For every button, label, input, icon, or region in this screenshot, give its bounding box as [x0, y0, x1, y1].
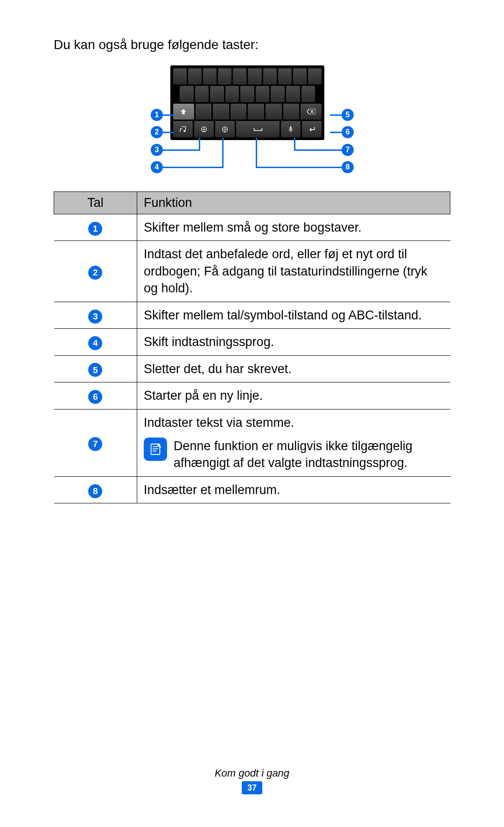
language-key-icon [215, 121, 235, 137]
space-key-icon [236, 121, 280, 137]
row-num-7: 7 [88, 437, 102, 451]
row-text-7: Indtaster tekst via stemme. [144, 414, 444, 431]
note-icon [144, 438, 167, 461]
intro-text: Du kan også bruge følgende taster: [54, 37, 450, 52]
row-num-1: 1 [88, 222, 102, 236]
backspace-key-icon [301, 104, 322, 120]
callout-7: 7 [342, 144, 354, 156]
settings-key-icon [173, 121, 193, 137]
callout-8: 8 [342, 161, 354, 173]
row-num-2: 2 [88, 266, 102, 280]
header-func: Funktion [137, 192, 450, 214]
callout-1: 1 [151, 109, 163, 121]
callout-4: 4 [151, 161, 163, 173]
mode-key-icon [194, 121, 214, 137]
row-text-6: Starter på en ny linje. [137, 382, 450, 409]
page-number: 37 [242, 781, 262, 794]
shift-key-icon [173, 104, 194, 120]
row-note-7: Denne funktion er muligvis ikke tilgænge… [174, 438, 444, 472]
table-row: 4 Skift indtastningssprog. [54, 329, 450, 355]
footer-section-title: Kom godt i gang [0, 767, 504, 779]
callout-3: 3 [151, 144, 163, 156]
callout-6: 6 [342, 126, 354, 138]
row-text-2: Indtast det anbefalede ord, eller føj et… [137, 241, 450, 302]
keyboard-figure: 1 2 3 4 5 6 7 8 [54, 65, 450, 173]
row-num-6: 6 [88, 390, 102, 404]
table-row: 3 Skifter mellem tal/symbol-tilstand og … [54, 302, 450, 328]
header-num: Tal [54, 192, 137, 214]
table-row: 8 Indsætter et mellemrum. [54, 476, 450, 503]
keyboard-mockup [170, 65, 324, 140]
table-row: 7 Indtaster tekst via stemme. Denne funk… [54, 409, 450, 476]
callout-5: 5 [342, 109, 354, 121]
row-text-8: Indsætter et mellemrum. [137, 476, 450, 503]
svg-point-0 [183, 130, 185, 132]
row-num-8: 8 [88, 484, 102, 498]
row-text-3: Skifter mellem tal/symbol-tilstand og AB… [137, 302, 450, 328]
row-text-4: Skift indtastningssprog. [137, 329, 450, 355]
row-num-4: 4 [88, 336, 102, 350]
row-num-3: 3 [88, 310, 102, 324]
enter-key-icon [302, 121, 322, 137]
callout-2: 2 [151, 126, 163, 138]
row-text-1: Skifter mellem små og store bogstaver. [137, 214, 450, 241]
function-table: Tal Funktion 1 Skifter mellem små og sto… [54, 191, 450, 503]
table-row: 2 Indtast det anbefalede ord, eller føj … [54, 241, 450, 302]
table-row: 1 Skifter mellem små og store bogstaver. [54, 214, 450, 241]
table-row: 5 Sletter det, du har skrevet. [54, 355, 450, 382]
voice-key-icon [281, 121, 301, 137]
row-text-5: Sletter det, du har skrevet. [137, 355, 450, 382]
svg-rect-3 [290, 126, 291, 129]
page-footer: Kom godt i gang 37 [0, 767, 504, 794]
table-row: 6 Starter på en ny linje. [54, 382, 450, 409]
row-num-5: 5 [88, 363, 102, 377]
